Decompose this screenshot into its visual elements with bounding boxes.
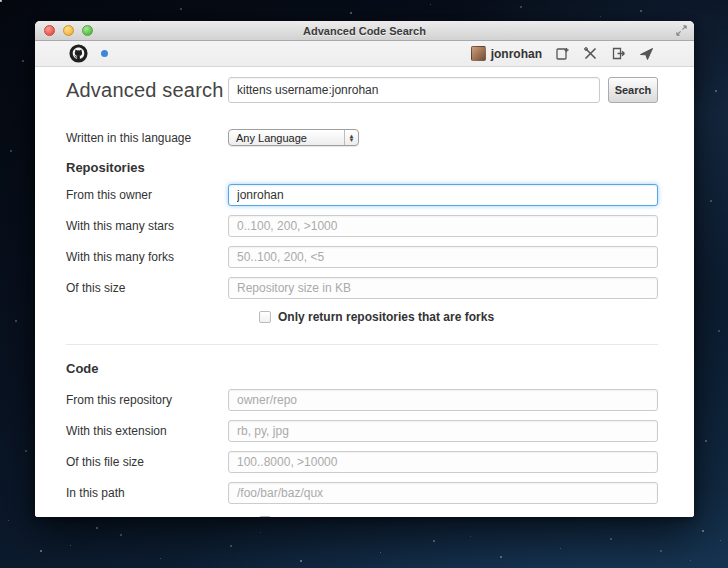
search-button[interactable]: Search — [608, 77, 658, 103]
forks-only-checkbox[interactable] — [259, 311, 271, 323]
path-label: In this path — [66, 486, 228, 500]
forked-code-checkbox-label: Return code from forked Repositories — [278, 515, 494, 517]
search-input[interactable] — [228, 77, 600, 103]
select-stepper-icon: ▲▼ — [344, 130, 358, 145]
section-divider — [66, 344, 658, 345]
owner-input[interactable] — [228, 184, 658, 206]
language-select-value: Any Language — [229, 132, 344, 144]
repository-input[interactable] — [228, 389, 658, 411]
repo-create-icon[interactable] — [555, 46, 570, 61]
active-tab-indicator-dot — [101, 50, 108, 57]
owner-label: From this owner — [66, 188, 228, 202]
language-label: Written in this language — [66, 131, 228, 145]
repo-size-input[interactable] — [228, 277, 658, 299]
extension-input[interactable] — [228, 420, 658, 442]
tools-icon[interactable] — [583, 46, 598, 61]
forks-input[interactable] — [228, 246, 658, 268]
file-size-input[interactable] — [228, 451, 658, 473]
window-titlebar[interactable]: Advanced Code Search — [35, 21, 694, 41]
window-title: Advanced Code Search — [35, 25, 694, 37]
stars-input[interactable] — [228, 215, 658, 237]
user-menu[interactable]: jonrohan — [471, 46, 542, 61]
advanced-search-page: Advanced search Search Written in this l… — [35, 67, 694, 517]
language-select[interactable]: Any Language ▲▼ — [228, 129, 359, 146]
extension-label: With this extension — [66, 424, 228, 438]
path-input[interactable] — [228, 482, 658, 504]
stars-label: With this many stars — [66, 219, 228, 233]
forks-only-checkbox-label: Only return repositories that are forks — [278, 310, 494, 324]
app-window: Advanced Code Search jonrohan — [35, 21, 694, 517]
forked-code-checkbox[interactable] — [259, 516, 271, 517]
page-title: Advanced search — [66, 79, 228, 102]
github-logo-icon[interactable] — [69, 44, 88, 63]
user-avatar — [471, 46, 486, 61]
repository-label: From this repository — [66, 393, 228, 407]
code-section-heading: Code — [66, 361, 658, 376]
app-toolbar: jonrohan — [35, 41, 694, 67]
fullscreen-icon[interactable] — [675, 24, 688, 37]
repo-size-label: Of this size — [66, 281, 228, 295]
username-label: jonrohan — [491, 47, 542, 61]
starfield-small — [0, 0, 1, 1]
repositories-section-heading: Repositories — [66, 160, 658, 175]
sign-out-icon[interactable] — [611, 46, 626, 61]
file-size-label: Of this file size — [66, 455, 228, 469]
forks-label: With this many forks — [66, 250, 228, 264]
paper-plane-icon[interactable] — [639, 46, 654, 61]
